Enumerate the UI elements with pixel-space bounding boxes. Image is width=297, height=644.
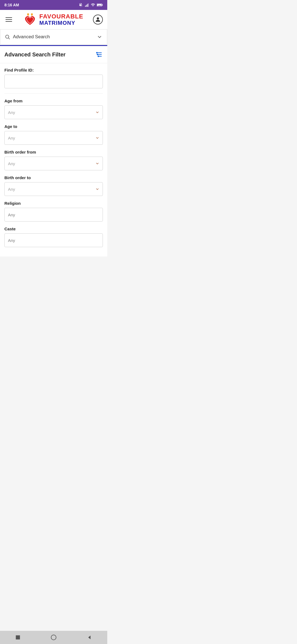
age-from-label: Age from <box>4 99 103 103</box>
svg-point-8 <box>27 13 29 15</box>
svg-rect-0 <box>85 6 86 7</box>
profile-id-label: Find Profile ID: <box>4 68 103 72</box>
app-header: FAVOURABLE MATRIMONY <box>0 10 107 29</box>
birth-order-to-group: Birth order to Any 1st 2nd 3rd 4th <box>4 175 103 196</box>
age-to-group: Age to Any 25 30 35 40 45 <box>4 124 103 145</box>
birth-order-from-select[interactable]: Any 1st 2nd 3rd 4th <box>4 157 103 170</box>
age-from-select-wrapper: Any 18 20 22 25 30 35 <box>4 105 103 119</box>
age-from-select[interactable]: Any 18 20 22 25 30 35 <box>4 105 103 119</box>
svg-rect-5 <box>102 4 103 6</box>
advanced-search-label: Advanced Search <box>13 34 50 40</box>
app-logo: FAVOURABLE MATRIMONY <box>23 12 83 27</box>
birth-order-from-label: Birth order from <box>4 150 103 154</box>
divider-1 <box>4 93 103 94</box>
svg-text:100: 100 <box>98 5 101 6</box>
svg-rect-2 <box>87 4 87 7</box>
caste-group: Caste <box>4 227 103 247</box>
birth-order-from-select-wrapper: Any 1st 2nd 3rd 4th <box>4 157 103 170</box>
caste-input[interactable] <box>4 233 103 247</box>
filter-section: Advanced Search Filter Find Profile ID: … <box>0 45 107 256</box>
birth-order-to-select-wrapper: Any 1st 2nd 3rd 4th <box>4 182 103 196</box>
search-form: Find Profile ID: Age from Any 18 20 22 2… <box>0 63 107 256</box>
logo-image <box>23 12 37 27</box>
svg-point-9 <box>31 13 33 15</box>
svg-rect-3 <box>88 4 88 7</box>
filter-options-icon[interactable] <box>96 51 103 58</box>
birth-order-to-label: Birth order to <box>4 175 103 180</box>
svg-point-19 <box>97 54 98 55</box>
profile-id-input[interactable] <box>4 75 103 88</box>
logo-text: FAVOURABLE MATRIMONY <box>39 13 83 26</box>
caste-label: Caste <box>4 227 103 231</box>
svg-point-12 <box>97 17 99 20</box>
birth-order-to-select[interactable]: Any 1st 2nd 3rd 4th <box>4 182 103 196</box>
logo-matrimony: MATRIMONY <box>39 20 83 26</box>
birth-order-from-group: Birth order from Any 1st 2nd 3rd 4th <box>4 150 103 170</box>
user-profile-button[interactable] <box>93 15 103 24</box>
advanced-search-bar[interactable]: Advanced Search <box>0 29 107 45</box>
battery-icon: 100 <box>97 3 103 7</box>
age-from-group: Age from Any 18 20 22 25 30 35 <box>4 99 103 119</box>
profile-id-group: Find Profile ID: <box>4 68 103 88</box>
status-time: 8:16 AM <box>4 3 19 7</box>
svg-point-13 <box>6 35 9 38</box>
filter-header: Advanced Search Filter <box>0 46 107 63</box>
age-to-select[interactable]: Any 25 30 35 40 45 <box>4 131 103 145</box>
svg-point-20 <box>98 56 99 57</box>
religion-label: Religion <box>4 201 103 206</box>
user-avatar-icon <box>95 16 101 23</box>
filter-title: Advanced Search Filter <box>4 51 65 58</box>
chevron-down-icon <box>97 34 103 40</box>
search-bar-icon <box>5 34 10 40</box>
religion-input[interactable] <box>4 208 103 222</box>
status-icons: 100 <box>79 3 103 7</box>
wifi-icon <box>91 3 95 7</box>
menu-button[interactable] <box>4 16 13 23</box>
svg-line-14 <box>9 38 10 39</box>
signal-icon <box>85 3 89 7</box>
religion-group: Religion <box>4 201 103 222</box>
bell-muted-icon <box>79 3 83 7</box>
logo-favourable: FAVOURABLE <box>39 13 83 20</box>
age-to-select-wrapper: Any 25 30 35 40 45 <box>4 131 103 145</box>
age-to-label: Age to <box>4 124 103 129</box>
svg-point-18 <box>97 52 97 53</box>
svg-rect-1 <box>86 5 87 7</box>
status-bar: 8:16 AM 100 <box>0 0 107 10</box>
